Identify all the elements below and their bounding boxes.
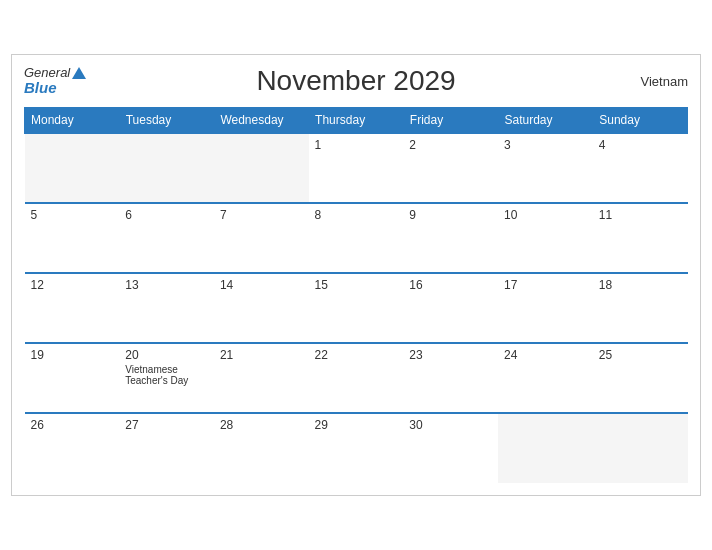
day-cell: 27 xyxy=(119,413,214,483)
day-cell: 1 xyxy=(309,133,404,203)
day-number: 13 xyxy=(125,278,208,292)
day-cell: 29 xyxy=(309,413,404,483)
day-cell: 5 xyxy=(25,203,120,273)
calendar-country: Vietnam xyxy=(641,74,688,89)
day-cell: 22 xyxy=(309,343,404,413)
day-event: Vietnamese Teacher's Day xyxy=(125,364,208,386)
day-cell: 25 xyxy=(593,343,688,413)
day-number: 21 xyxy=(220,348,303,362)
day-number: 17 xyxy=(504,278,587,292)
day-cell: 19 xyxy=(25,343,120,413)
calendar-title: November 2029 xyxy=(256,65,455,97)
week-row-1: 567891011 xyxy=(25,203,688,273)
day-cell: 21 xyxy=(214,343,309,413)
weekday-row: Monday Tuesday Wednesday Thursday Friday… xyxy=(25,108,688,134)
day-number: 28 xyxy=(220,418,303,432)
weekday-tuesday: Tuesday xyxy=(119,108,214,134)
day-number: 7 xyxy=(220,208,303,222)
day-number: 4 xyxy=(599,138,682,152)
calendar-body: 1234567891011121314151617181920Vietnames… xyxy=(25,133,688,483)
weekday-wednesday: Wednesday xyxy=(214,108,309,134)
logo: General Blue xyxy=(24,66,86,97)
day-number: 26 xyxy=(31,418,114,432)
day-number: 30 xyxy=(409,418,492,432)
day-cell: 9 xyxy=(403,203,498,273)
week-row-0: 1234 xyxy=(25,133,688,203)
day-cell xyxy=(119,133,214,203)
day-cell xyxy=(498,413,593,483)
weekday-sunday: Sunday xyxy=(593,108,688,134)
day-cell: 8 xyxy=(309,203,404,273)
calendar-thead: Monday Tuesday Wednesday Thursday Friday… xyxy=(25,108,688,134)
day-number: 19 xyxy=(31,348,114,362)
day-number: 15 xyxy=(315,278,398,292)
day-number: 3 xyxy=(504,138,587,152)
day-cell: 6 xyxy=(119,203,214,273)
day-number: 20 xyxy=(125,348,208,362)
day-number: 29 xyxy=(315,418,398,432)
logo-triangle-icon xyxy=(72,67,86,79)
day-cell xyxy=(214,133,309,203)
day-cell: 23 xyxy=(403,343,498,413)
logo-general-text: General xyxy=(24,66,86,80)
day-number: 27 xyxy=(125,418,208,432)
day-number: 16 xyxy=(409,278,492,292)
calendar-grid: Monday Tuesday Wednesday Thursday Friday… xyxy=(24,107,688,483)
day-cell: 13 xyxy=(119,273,214,343)
day-cell: 7 xyxy=(214,203,309,273)
weekday-thursday: Thursday xyxy=(309,108,404,134)
day-cell: 17 xyxy=(498,273,593,343)
day-number: 6 xyxy=(125,208,208,222)
day-number: 1 xyxy=(315,138,398,152)
day-cell: 15 xyxy=(309,273,404,343)
day-cell: 28 xyxy=(214,413,309,483)
day-number: 2 xyxy=(409,138,492,152)
day-cell: 24 xyxy=(498,343,593,413)
day-cell: 2 xyxy=(403,133,498,203)
day-number: 24 xyxy=(504,348,587,362)
day-number: 9 xyxy=(409,208,492,222)
day-cell: 30 xyxy=(403,413,498,483)
day-cell: 14 xyxy=(214,273,309,343)
day-number: 22 xyxy=(315,348,398,362)
calendar-header: General Blue November 2029 Vietnam xyxy=(24,65,688,97)
week-row-3: 1920Vietnamese Teacher's Day2122232425 xyxy=(25,343,688,413)
day-cell xyxy=(25,133,120,203)
calendar-container: General Blue November 2029 Vietnam Monda… xyxy=(11,54,701,496)
logo-blue-text: Blue xyxy=(24,80,86,97)
week-row-4: 2627282930 xyxy=(25,413,688,483)
day-number: 25 xyxy=(599,348,682,362)
day-number: 18 xyxy=(599,278,682,292)
day-cell: 18 xyxy=(593,273,688,343)
day-number: 8 xyxy=(315,208,398,222)
day-number: 14 xyxy=(220,278,303,292)
day-number: 11 xyxy=(599,208,682,222)
week-row-2: 12131415161718 xyxy=(25,273,688,343)
weekday-friday: Friday xyxy=(403,108,498,134)
day-number: 23 xyxy=(409,348,492,362)
weekday-monday: Monday xyxy=(25,108,120,134)
day-cell: 12 xyxy=(25,273,120,343)
weekday-saturday: Saturday xyxy=(498,108,593,134)
day-cell: 20Vietnamese Teacher's Day xyxy=(119,343,214,413)
day-cell: 11 xyxy=(593,203,688,273)
day-number: 12 xyxy=(31,278,114,292)
day-number: 10 xyxy=(504,208,587,222)
day-cell: 10 xyxy=(498,203,593,273)
day-cell xyxy=(593,413,688,483)
day-cell: 3 xyxy=(498,133,593,203)
day-cell: 16 xyxy=(403,273,498,343)
day-cell: 4 xyxy=(593,133,688,203)
day-number: 5 xyxy=(31,208,114,222)
day-cell: 26 xyxy=(25,413,120,483)
